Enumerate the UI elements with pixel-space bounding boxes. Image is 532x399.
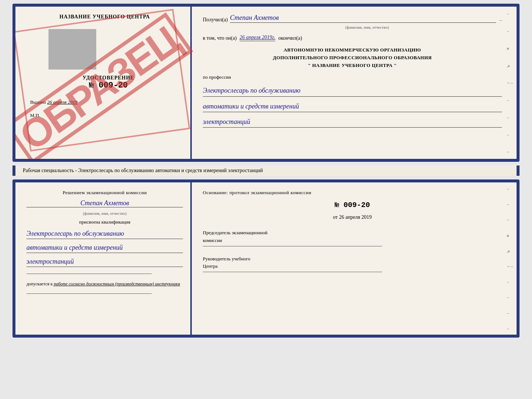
top-document: НАЗВАНИЕ УЧЕБНОГО ЦЕНТРА УДОСТОВЕРЕНИЕ №… bbox=[12, 4, 520, 162]
bottom-line-kval bbox=[26, 274, 152, 274]
org-line1: АВТОНОМНУЮ НЕКОММЕРЧЕСКУЮ ОРГАНИЗАЦИЮ bbox=[203, 46, 502, 54]
rukovoditel-block: Руководитель учебного Центра bbox=[203, 255, 502, 272]
predsedatel-block: Председатель экзаменационной комиссии bbox=[203, 229, 502, 246]
prisvoena-label: присвоена квалификация bbox=[26, 219, 183, 225]
predsedatel-line1: Председатель экзаменационной bbox=[203, 229, 502, 237]
org-block: АВТОНОМНУЮ НЕКОММЕРЧЕСКУЮ ОРГАНИЗАЦИЮ ДО… bbox=[203, 46, 502, 69]
ot-date: от 26 апреля 2019 bbox=[203, 214, 502, 220]
middle-section: Рабочая специальность - Электрослесарь п… bbox=[12, 165, 520, 176]
right-side-dashes-bottom: – – – и ,а ←– – – – – bbox=[507, 182, 513, 335]
bottom-left-panel: Решением экзаменационной комиссии Степан… bbox=[15, 182, 192, 335]
vtom-row: в том, что он(а) 26 апреля 2019г. окончи… bbox=[203, 35, 502, 41]
kval-line1: Электрослесарь по обслуживанию bbox=[26, 229, 183, 239]
org-line2: ДОПОЛНИТЕЛЬНОГО ПРОФЕССИОНАЛЬНОГО ОБРАЗО… bbox=[203, 54, 502, 62]
protocol-number: № 009-20 bbox=[203, 201, 502, 209]
resheniem-label: Решением экзаменационной комиссии bbox=[26, 190, 183, 196]
professiya-line2: автоматики и средств измерений bbox=[203, 102, 502, 112]
ot-label: от bbox=[333, 214, 338, 220]
middle-text: Рабочая специальность - Электрослесарь п… bbox=[23, 168, 263, 173]
poluchil-label: Получил(а) bbox=[203, 17, 228, 23]
bottom-right-panel: Основание: протокол экзаменационной коми… bbox=[192, 182, 517, 335]
dash-after-name: – bbox=[500, 17, 502, 23]
professiya-line3: электростанций bbox=[203, 117, 502, 128]
mp-block: М.П. bbox=[30, 113, 183, 118]
org-line3: " НАЗВАНИЕ УЧЕБНОГО ЦЕНТРА " bbox=[203, 62, 502, 70]
kval-line2: автоматики и средств измерений bbox=[26, 243, 183, 253]
po-professii-label: по профессии bbox=[203, 74, 502, 80]
dopuskaetsya-text: работе согласно должностным (производств… bbox=[54, 281, 180, 287]
kval-line3: электростанций bbox=[26, 257, 183, 267]
right-side-dashes-top: – – и ,а ←– – – – – bbox=[507, 7, 513, 159]
fio-hint-top: (фамилия, имя, отчество) bbox=[232, 25, 502, 29]
predsedatel-line2: комиссии bbox=[203, 237, 502, 245]
rukovoditel-line2: Центра bbox=[203, 263, 502, 270]
dopuskaetsya-label: допускается к bbox=[26, 281, 53, 287]
photo-placeholder bbox=[48, 29, 96, 70]
rukovoditel-signature-line bbox=[203, 272, 382, 272]
top-left-panel: НАЗВАНИЕ УЧЕБНОГО ЦЕНТРА УДОСТОВЕРЕНИЕ №… bbox=[15, 7, 192, 159]
rukovoditel-line1: Руководитель учебного bbox=[203, 255, 502, 263]
dopuskaetsya-block: допускается к работе согласно должностны… bbox=[26, 281, 183, 287]
vtom-label: в том, что он(а) bbox=[203, 35, 237, 41]
vtom-date: 26 апреля 2019г. bbox=[240, 35, 275, 41]
bottom-recipient-name: Степан Ахметов bbox=[26, 199, 183, 207]
udostoverenie-number: № 009-20 bbox=[34, 81, 183, 90]
vydano-date: 26 апреля 2019 bbox=[47, 99, 78, 105]
bottom-document: Решением экзаменационной комиссии Степан… bbox=[12, 179, 520, 338]
okonchil-label: окончил(а) bbox=[278, 35, 302, 41]
udostoverenie-block: УДОСТОВЕРЕНИЕ № 009-20 bbox=[34, 75, 183, 90]
predsedatel-signature-line bbox=[203, 246, 382, 246]
poluchil-row: Получил(а) Степан Ахметов – bbox=[203, 14, 502, 23]
osnov-label: Основание: протокол экзаменационной коми… bbox=[203, 190, 502, 196]
bottom-line-dopusk bbox=[26, 293, 152, 294]
vydano-block: Выдано 26 апреля 2019 bbox=[30, 99, 183, 105]
top-right-panel: Получил(а) Степан Ахметов – (фамилия, им… bbox=[192, 7, 517, 159]
recipient-name: Степан Ахметов bbox=[230, 14, 496, 23]
vydano-label: Выдано bbox=[30, 99, 46, 105]
school-title-top: НАЗВАНИЕ УЧЕБНОГО ЦЕНТРА bbox=[26, 14, 183, 20]
udostoverenie-label: УДОСТОВЕРЕНИЕ bbox=[34, 75, 183, 81]
professiya-line1: Электрослесарь по обслуживанию bbox=[203, 86, 502, 96]
ot-date-value: 26 апреля 2019 bbox=[339, 214, 372, 220]
fio-hint-bottom: (фамилия, имя, отчество) bbox=[26, 211, 183, 215]
